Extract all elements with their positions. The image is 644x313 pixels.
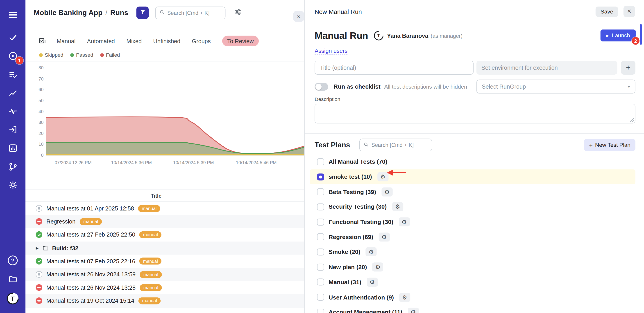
tab-manual[interactable]: Manual (57, 38, 76, 44)
plan-label[interactable]: User Authentication (9) (328, 294, 394, 301)
play-icon[interactable]: 1 (8, 50, 18, 61)
check-icon[interactable] (8, 32, 18, 42)
run-title[interactable]: Manual tests at 19 Oct 2024 15:14 (46, 298, 134, 304)
save-button[interactable]: Save (596, 6, 618, 17)
run-title-input[interactable] (314, 61, 474, 75)
insights-icon[interactable] (8, 87, 18, 98)
test-plan-row-functional-testing-30-[interactable]: Functional Testing (30)⚙ (310, 214, 635, 229)
assign-users-link[interactable]: Assign users (314, 48, 348, 55)
run-title[interactable]: Manual tests at 26 Nov 2024 13:28 (46, 284, 136, 291)
svg-text:T: T (11, 295, 14, 302)
environment-input[interactable] (476, 61, 618, 75)
plan-settings-button[interactable]: ⚙ (372, 263, 383, 272)
run-title[interactable]: Manual tests at 27 Feb 2025 22:50 (46, 232, 135, 238)
tab-to-review[interactable]: To Review (222, 36, 259, 46)
filter-button[interactable] (136, 6, 149, 19)
plan-checkbox[interactable] (317, 158, 324, 165)
tab-automated[interactable]: Automated (87, 38, 115, 44)
expand-icon[interactable]: ▶ (36, 246, 39, 250)
filter-settings-button[interactable] (233, 8, 242, 17)
user-avatar[interactable]: T (6, 292, 19, 305)
new-test-plan-button[interactable]: + New Test Plan (584, 139, 636, 151)
plan-checkbox[interactable] (317, 264, 324, 271)
panel-close-button[interactable]: × (624, 6, 635, 17)
test-plan-row-account-management-11-[interactable]: Account Management (11)⚙ (310, 305, 635, 313)
plan-label[interactable]: New plan (20) (328, 264, 367, 270)
description-textarea[interactable] (314, 104, 636, 124)
plan-checkbox[interactable] (317, 218, 324, 225)
plan-checkbox[interactable] (317, 173, 324, 180)
tab-mixed[interactable]: Mixed (126, 38, 142, 44)
test-plan-row-smoke-20-[interactable]: Smoke (20)⚙ (310, 244, 635, 260)
test-plan-row-new-plan-20-[interactable]: New plan (20)⚙ (310, 260, 635, 275)
branch-icon[interactable] (8, 161, 18, 172)
plan-checkbox[interactable] (317, 309, 324, 313)
test-plan-row-user-authentication-9-[interactable]: User Authentication (9)⚙ (310, 290, 635, 305)
activity-icon[interactable] (8, 106, 18, 117)
run-row[interactable]: Manual tests at 01 Apr 2025 12:58manual (26, 202, 304, 215)
plan-label[interactable]: All Manual Tests (70) (328, 158, 387, 165)
plan-settings-button[interactable]: ⚙ (408, 308, 419, 313)
run-row[interactable]: Manual tests at 27 Feb 2025 22:50manual (26, 228, 304, 242)
run-title[interactable]: Regression (46, 218, 76, 225)
plan-label[interactable]: smoke test (10) (328, 173, 372, 180)
plan-label[interactable]: Beta Testing (39) (328, 189, 376, 195)
plan-settings-button[interactable]: ⚙ (366, 248, 377, 257)
test-runs-icon[interactable] (8, 69, 18, 79)
run-row[interactable]: Manual tests at 19 Oct 2024 15:14manual (26, 294, 304, 307)
run-row[interactable]: Manual tests at 26 Nov 2024 13:28manual (26, 281, 304, 294)
plan-settings-button[interactable]: ⚙ (399, 293, 410, 302)
add-environment-button[interactable]: + (621, 61, 636, 75)
plan-settings-button[interactable]: ⚙ (366, 278, 378, 287)
docs-icon[interactable] (8, 274, 18, 284)
plan-checkbox[interactable] (317, 233, 324, 240)
plan-settings-button[interactable]: ⚙ (382, 187, 392, 196)
runs-panel-close-button[interactable]: × (293, 11, 304, 21)
runs-search-input[interactable] (167, 10, 222, 16)
settings-icon[interactable] (8, 180, 18, 190)
run-title[interactable]: Manual tests at 26 Nov 2024 13:59 (46, 271, 136, 278)
plan-label[interactable]: Security Testing (30) (328, 203, 387, 210)
test-plan-row-security-testing-30-[interactable]: Security Testing (30)⚙ (310, 199, 635, 214)
breadcrumb-project[interactable]: Mobile Banking App (34, 8, 103, 16)
tab-unfinished[interactable]: Unfinished (153, 38, 180, 44)
plan-checkbox[interactable] (317, 279, 324, 286)
test-plan-row-smoke-test-10-[interactable]: smoke test (10)⚙ (310, 169, 635, 184)
plan-label[interactable]: Regression (69) (328, 234, 373, 240)
test-plan-row-regression-69-[interactable]: Regression (69)⚙ (310, 229, 635, 244)
test-plan-row-manual-31-[interactable]: Manual (31)⚙ (310, 275, 635, 290)
svg-text:T: T (378, 33, 380, 38)
test-plans-search[interactable] (360, 139, 432, 152)
scrollbar-thumb[interactable] (640, 24, 642, 45)
plan-settings-button[interactable]: ⚙ (378, 232, 390, 242)
test-plans-search-input[interactable] (371, 142, 428, 148)
plan-checkbox[interactable] (317, 294, 324, 301)
run-row[interactable]: Manual tests at 26 Nov 2024 13:59manual (26, 268, 304, 281)
run-row[interactable]: Regressionmanual (26, 215, 304, 228)
run-group-row[interactable]: ▶Build: f32 (26, 242, 304, 255)
plan-settings-button[interactable]: ⚙ (398, 217, 410, 226)
run-title[interactable]: Manual tests at 01 Apr 2025 12:58 (46, 205, 134, 212)
plan-settings-button[interactable]: ⚙ (377, 172, 388, 181)
run-row[interactable]: Manual tests at 07 Feb 2025 22:16manual (26, 255, 304, 268)
exit-icon[interactable] (8, 124, 18, 135)
plan-label[interactable]: Functional Testing (30) (328, 219, 394, 225)
runs-search[interactable] (155, 6, 226, 19)
rungroup-select[interactable]: Select RunGroup ▾ (476, 80, 636, 94)
plan-settings-button[interactable]: ⚙ (392, 202, 403, 211)
plan-checkbox[interactable] (317, 188, 324, 195)
run-title[interactable]: Manual tests at 07 Feb 2025 22:16 (46, 258, 135, 264)
plan-label[interactable]: Account Management (11) (328, 309, 402, 313)
reports-icon[interactable] (8, 143, 18, 153)
run-as-checklist-toggle[interactable] (314, 83, 328, 91)
plan-checkbox[interactable] (317, 203, 324, 210)
test-plan-row-all-manual-tests-70-[interactable]: All Manual Tests (70) (310, 154, 635, 169)
help-icon[interactable]: ? (8, 255, 18, 265)
plan-label[interactable]: Smoke (20) (328, 249, 360, 255)
plan-checkbox[interactable] (317, 248, 324, 255)
menu-icon[interactable] (8, 9, 18, 20)
launch-button[interactable]: ▶ Launch (600, 29, 636, 41)
test-plan-row-beta-testing-39-[interactable]: Beta Testing (39)⚙ (310, 184, 635, 199)
plan-label[interactable]: Manual (31) (328, 279, 361, 285)
tab-groups[interactable]: Groups (192, 38, 211, 44)
